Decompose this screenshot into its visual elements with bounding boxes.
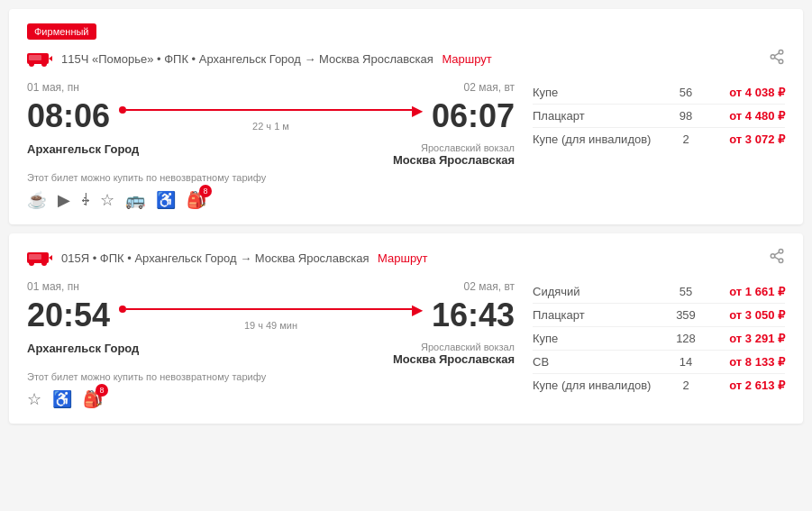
price-class: Купе (для инвалидов) (533, 132, 668, 146)
arrive-time: 16:43 (432, 297, 515, 334)
non-refund-text: Этот билет можно купить по невозвратному… (27, 371, 515, 382)
stations: Архангельск Город Ярославский вокзал Мос… (27, 142, 515, 167)
route-line-segment (126, 308, 412, 310)
price-value: от 4 480 ₽ (704, 109, 785, 123)
price-class: Сидячий (533, 285, 668, 298)
train-operator: • ФПК • (93, 251, 135, 265)
price-value: от 4 038 ₽ (704, 86, 785, 99)
price-row-2[interactable]: Купе 128 от 3 291 ₽ (533, 327, 785, 351)
luggage-icon: 🎒8 (83, 389, 103, 409)
duration: 19 ч 49 мин (244, 320, 297, 331)
price-seats: 98 (668, 109, 704, 123)
depart-dot (119, 306, 126, 313)
price-class: Плацкарт (533, 308, 668, 322)
station-arrive-label: Ярославский вокзал (393, 342, 515, 352)
media-icon: ▶ (58, 190, 70, 210)
svg-marker-4 (49, 56, 52, 61)
train-operator: • ФПК • (157, 52, 199, 66)
price-class: СВ (533, 355, 668, 369)
station-arrive-wrap: Ярославский вокзал Москва Ярославская (393, 142, 515, 167)
luggage-icon: 🎒8 (187, 190, 206, 210)
prices-section: Сидячий 55 от 1 661 ₽ Плацкарт 359 от 3 … (533, 280, 785, 409)
train-number: 115Ч «Поморье» (61, 52, 153, 66)
wheelchair-icon: ♿ (52, 389, 72, 409)
amenities-icons: ☕▶⸸☆🚌♿🎒8 (27, 190, 515, 210)
station-arrive-label: Ярославский вокзал (393, 142, 515, 153)
journey-section: 01 мая, пн 02 мая, вт 08:06 ▶ 22 ч 1 м 0… (27, 81, 515, 210)
arrow-icon: ▶ (412, 102, 423, 119)
svg-rect-3 (29, 55, 41, 60)
route-line: ▶ 22 ч 1 м (110, 102, 432, 132)
route-line-bar: ▶ (119, 301, 423, 318)
price-seats: 2 (668, 379, 704, 392)
price-seats: 56 (668, 86, 704, 99)
luggage-badge: 8 (199, 185, 212, 197)
price-seats: 2 (668, 132, 704, 146)
prices-section: Купе 56 от 4 038 ₽ Плацкарт 98 от 4 480 … (533, 81, 785, 210)
star-icon: ☆ (100, 190, 114, 210)
depart-time: 20:54 (27, 297, 110, 334)
svg-marker-14 (49, 255, 52, 260)
price-seats: 359 (668, 308, 704, 322)
svg-point-12 (41, 260, 47, 266)
station-depart: Архангельск Город (27, 342, 139, 366)
price-row-1[interactable]: Плацкарт 359 от 3 050 ₽ (533, 304, 785, 327)
price-row-2[interactable]: Купе (для инвалидов) 2 от 3 072 ₽ (533, 128, 785, 151)
svg-point-6 (771, 55, 775, 59)
svg-rect-13 (29, 254, 41, 260)
station-arrive-wrap: Ярославский вокзал Москва Ярославская (393, 342, 515, 366)
route-line-segment (126, 109, 412, 111)
price-class: Купе (533, 332, 668, 345)
svg-point-5 (779, 50, 783, 55)
price-class: Купе (533, 86, 668, 99)
price-value: от 1 661 ₽ (704, 285, 785, 298)
price-seats: 14 (668, 355, 704, 369)
price-row-0[interactable]: Сидячий 55 от 1 661 ₽ (533, 280, 785, 304)
svg-point-16 (771, 254, 775, 259)
svg-line-19 (774, 252, 779, 255)
wheelchair-icon: ♿ (156, 190, 176, 210)
price-value: от 3 050 ₽ (704, 308, 785, 322)
route-line-bar: ▶ (119, 102, 423, 119)
price-class: Плацкарт (533, 109, 668, 123)
price-class: Купе (для инвалидов) (533, 379, 668, 392)
amenities-icons: ☆♿🎒8 (27, 389, 515, 409)
train-list: Фирменный 115Ч «Поморье» • ФПК • Арханге… (0, 0, 812, 442)
svg-point-17 (779, 259, 783, 263)
route-link[interactable]: Маршрут (442, 52, 491, 66)
arrive-date: 02 мая, вт (464, 81, 515, 94)
non-refund-text: Этот билет можно купить по невозвратному… (27, 172, 515, 183)
route-line: ▶ 19 ч 49 мин (110, 301, 432, 331)
train-logo-icon (27, 50, 52, 68)
share-icon[interactable] (769, 248, 785, 268)
share-icon[interactable] (769, 49, 785, 68)
star-icon: ☆ (27, 389, 41, 409)
tea-icon: ☕ (27, 190, 47, 210)
price-row-4[interactable]: Купе (для инвалидов) 2 от 2 613 ₽ (533, 374, 785, 397)
route-link[interactable]: Маршрут (378, 251, 427, 265)
time-route: 20:54 ▶ 19 ч 49 мин 16:43 (27, 297, 515, 334)
arrive-date: 02 мая, вт (464, 280, 515, 293)
price-seats: 55 (668, 285, 704, 298)
station-arrive: Москва Ярославская (393, 153, 515, 167)
luggage-badge: 8 (96, 384, 108, 397)
price-row-3[interactable]: СВ 14 от 8 133 ₽ (533, 351, 785, 374)
price-row-0[interactable]: Купе 56 от 4 038 ₽ (533, 81, 785, 105)
price-row-1[interactable]: Плацкарт 98 от 4 480 ₽ (533, 105, 785, 128)
svg-point-2 (41, 61, 47, 67)
depart-date: 01 мая, пн (27, 280, 79, 293)
train-logo-icon (27, 249, 52, 267)
card-header: 015Я • ФПК • Архангельск Город → Москва … (27, 248, 785, 268)
svg-point-7 (779, 59, 783, 64)
train-info: 015Я • ФПК • Архангельск Город → Москва … (61, 251, 769, 265)
card-header: 115Ч «Поморье» • ФПК • Архангельск Город… (27, 49, 785, 68)
svg-point-1 (29, 61, 34, 67)
price-value: от 3 291 ₽ (704, 332, 785, 345)
train-route: Архангельск Город → Москва Ярославская (199, 52, 433, 66)
price-seats: 128 (668, 332, 704, 345)
train-route: Архангельск Город → Москва Ярославская (134, 251, 369, 265)
svg-line-8 (774, 58, 779, 60)
duration: 22 ч 1 м (252, 121, 289, 132)
price-value: от 2 613 ₽ (704, 379, 785, 392)
time-route: 08:06 ▶ 22 ч 1 м 06:07 (27, 97, 515, 135)
